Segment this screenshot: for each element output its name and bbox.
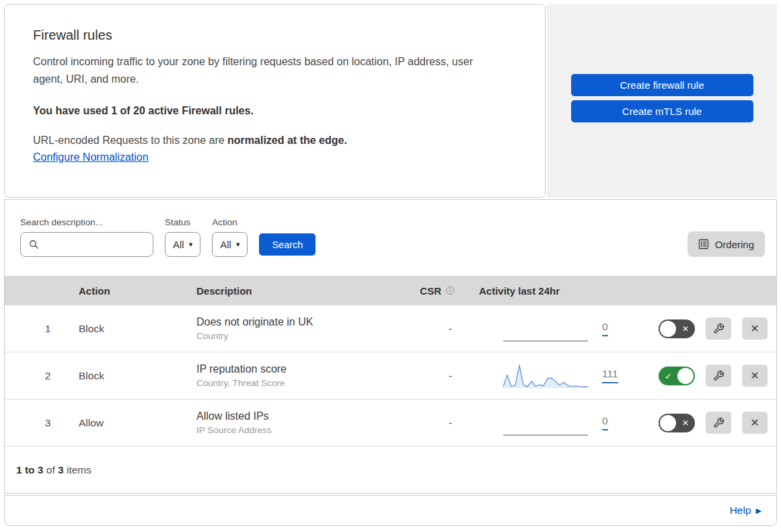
range-text: 1 to 3: [16, 464, 43, 476]
create-firewall-rule-button[interactable]: Create firewall rule: [571, 74, 753, 96]
rule-action: Block: [60, 323, 196, 335]
rule-action: Block: [60, 370, 196, 382]
rule-enabled-toggle[interactable]: ✓ ✕: [659, 414, 695, 432]
rule-description-cell: IP reputation score Country, Threat Scor…: [196, 363, 405, 388]
toggle-knob: [660, 321, 676, 337]
rule-action: Allow: [60, 417, 196, 429]
action-label: Action: [212, 217, 248, 227]
items-text: items: [67, 464, 91, 476]
rule-csr-value: -: [405, 370, 466, 381]
column-header-activity: Activity last 24hr: [466, 285, 634, 297]
delete-icon: ✕: [750, 369, 759, 382]
edit-rule-button[interactable]: [706, 365, 731, 387]
action-select[interactable]: All ▾: [212, 232, 248, 257]
table-header: Action Description CSR Activity last 24h…: [5, 276, 776, 305]
intro-card: Firewall rules Control incoming traffic …: [4, 4, 546, 198]
csr-label: CSR: [420, 285, 441, 297]
configure-normalization-link[interactable]: Configure Normalization: [33, 151, 149, 163]
rule-description: IP reputation score: [196, 363, 405, 375]
rule-activity-cell: 0: [466, 409, 634, 437]
rule-activity-cell: 0: [466, 315, 634, 343]
rule-description: Allow listed IPs: [196, 410, 405, 422]
rule-priority: 1: [36, 323, 60, 335]
help-label: Help: [730, 504, 751, 517]
table-row: 1 Block Does not originate in UK Country…: [5, 305, 776, 352]
status-filter-group: Status All ▾: [165, 217, 200, 257]
rule-fields: IP Source Address: [196, 425, 405, 435]
x-icon: ✕: [682, 324, 689, 334]
rule-description-cell: Allow listed IPs IP Source Address: [196, 410, 405, 435]
edit-rule-button[interactable]: [706, 317, 731, 340]
activity-sparkline: [503, 362, 589, 390]
total-text: 3: [58, 464, 64, 476]
rule-controls: ✓ ✕ ✕: [634, 412, 776, 434]
delete-rule-button[interactable]: ✕: [742, 412, 768, 434]
ordering-label: Ordering: [715, 239, 754, 250]
create-mtls-rule-button[interactable]: Create mTLS rule: [571, 100, 753, 122]
rule-priority: 3: [36, 417, 60, 429]
delete-rule-button[interactable]: ✕: [742, 365, 768, 387]
column-header-action: Action: [60, 285, 196, 297]
check-icon: ✓: [665, 371, 672, 381]
chevron-down-icon: ▾: [236, 240, 240, 249]
x-icon: ✕: [682, 418, 689, 428]
search-label: Search description...: [20, 217, 153, 227]
wrench-icon: [713, 417, 724, 428]
activity-count-link[interactable]: 0: [602, 321, 608, 336]
normalization-text: URL-encoded Requests to this zone are: [33, 135, 225, 146]
search-box[interactable]: [20, 232, 153, 257]
activity-count-link[interactable]: 0: [602, 415, 608, 430]
rules-panel: Search description... Status All ▾: [4, 199, 777, 494]
search-icon: [29, 239, 39, 250]
search-input[interactable]: [44, 238, 146, 251]
status-value: All: [173, 239, 184, 250]
help-bar: Help ▶: [4, 495, 777, 526]
help-link[interactable]: Help ▶: [730, 504, 761, 517]
rule-fields: Country, Threat Score: [196, 378, 405, 388]
rule-csr-value: -: [405, 323, 466, 334]
delete-icon: ✕: [750, 322, 759, 335]
search-group: Search description...: [20, 217, 153, 257]
ordering-list-icon: [698, 239, 709, 250]
rule-csr-value: -: [405, 417, 466, 428]
normalization-note: URL-encoded Requests to this zone are no…: [33, 135, 505, 147]
edit-rule-button[interactable]: [706, 412, 731, 434]
page-title: Firewall rules: [33, 28, 505, 43]
rule-description: Does not originate in UK: [196, 316, 405, 328]
of-text: of: [46, 464, 55, 476]
activity-sparkline: [503, 409, 589, 437]
column-header-csr: CSR: [405, 285, 466, 297]
activity-sparkline: [503, 315, 589, 343]
activity-count-link[interactable]: 111: [602, 368, 618, 383]
rule-controls: ✓ ✕ ✕: [634, 317, 776, 340]
filter-bar: Search description... Status All ▾: [5, 200, 776, 276]
top-section: Firewall rules Control incoming traffic …: [4, 4, 777, 198]
table-row: 3 Allow Allow listed IPs IP Source Addre…: [5, 400, 776, 447]
table-row: 2 Block IP reputation score Country, Thr…: [5, 352, 776, 400]
rules-table: Action Description CSR Activity last 24h…: [5, 276, 776, 447]
rule-fields: Country: [196, 331, 405, 341]
firewall-rules-page: Firewall rules Control incoming traffic …: [4, 4, 777, 526]
actions-panel: Create firewall rule Create mTLS rule: [547, 4, 777, 198]
toggle-knob: [660, 415, 676, 431]
arrow-right-icon: ▶: [756, 506, 761, 515]
rule-activity-cell: 111: [466, 362, 634, 390]
wrench-icon: [713, 323, 724, 334]
info-icon[interactable]: [445, 286, 455, 295]
chevron-down-icon: ▾: [189, 240, 193, 249]
status-select[interactable]: All ▾: [165, 232, 200, 257]
rule-enabled-toggle[interactable]: ✓ ✕: [659, 367, 695, 385]
ordering-button[interactable]: Ordering: [687, 231, 765, 257]
action-filter-group: Action All ▾: [212, 217, 248, 257]
search-button[interactable]: Search: [259, 233, 315, 256]
status-label: Status: [165, 217, 200, 227]
rule-priority: 2: [36, 370, 60, 382]
rule-enabled-toggle[interactable]: ✓ ✕: [659, 319, 695, 338]
wrench-icon: [713, 370, 724, 381]
rule-description-cell: Does not originate in UK Country: [196, 316, 405, 341]
page-description: Control incoming traffic to your zone by…: [33, 53, 505, 88]
delete-rule-button[interactable]: ✕: [742, 317, 768, 340]
pagination-summary: 1 to 3 of 3 items: [5, 447, 776, 493]
rule-controls: ✓ ✕ ✕: [634, 365, 776, 387]
column-header-description: Description: [196, 285, 405, 297]
